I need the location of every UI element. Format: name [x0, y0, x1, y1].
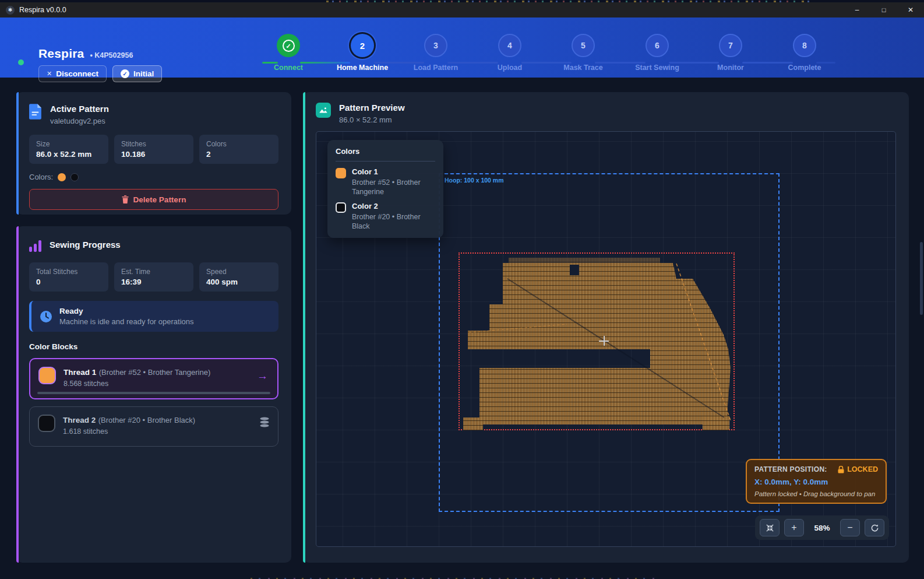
active-pattern-card: Active Pattern valetudogv2.pes Size 86.0…: [16, 92, 291, 215]
titlebar: ✱ Respira v0.0.0 – □ ✕: [0, 2, 924, 17]
color-blocks-title: Color Blocks: [29, 342, 278, 351]
app-icon: ✱: [6, 6, 15, 15]
colors-legend: Colors Color 1 Brother #52 • Brother Tan…: [327, 140, 443, 238]
step-complete[interactable]: 8 Complete: [773, 34, 837, 72]
step-start-sewing[interactable]: 6 Start Sewing: [625, 34, 689, 72]
thread1-swatch: [38, 367, 56, 384]
sewing-progress-card: Sewing Progress Total Stitches 0 Est. Ti…: [16, 226, 291, 563]
thread1-progress-bar: [37, 392, 270, 394]
clock-icon: [40, 310, 52, 323]
thread-block-1[interactable]: Thread 1 (Brother #52 • Brother Tangerin…: [29, 358, 278, 399]
zoom-in-button[interactable]: +: [784, 519, 804, 536]
card-accent-edge: [303, 92, 305, 563]
window-scrollbar[interactable]: [920, 242, 923, 315]
reset-view-icon: [870, 524, 879, 532]
zoom-out-button[interactable]: −: [840, 519, 860, 536]
lock-icon: [838, 466, 844, 473]
step-mask-trace[interactable]: 5 Mask Trace: [551, 34, 615, 72]
pan-hint: Pattern locked • Drag background to pan: [754, 490, 878, 497]
legend-color-2: Color 2 Brother #20 • Brother Black: [336, 202, 435, 231]
stepper: ✓ Connect 2 Home Machine 3 Load Pattern …: [0, 34, 924, 78]
image-icon: [316, 103, 331, 118]
status-description: Machine is idle and ready for operations: [59, 317, 194, 326]
status-title: Ready: [59, 307, 194, 315]
stat-speed: Speed 400 spm: [199, 262, 278, 292]
colors-label: Colors:: [29, 173, 53, 181]
stat-total-stitches: Total Stitches 0: [29, 262, 108, 292]
color-swatch-black: [70, 173, 79, 181]
fit-view-icon: [766, 524, 774, 532]
thread2-swatch: [38, 415, 55, 432]
window-title: Respira v0.0.0: [19, 6, 66, 14]
zoom-level: 58%: [809, 524, 835, 532]
pattern-coordinates: X: 0.0mm, Y: 0.0mm: [754, 478, 878, 486]
pattern-preview-card: Pattern Preview 86.0 × 52.2 mm Hoop: 100…: [303, 92, 909, 563]
step-monitor[interactable]: 7 Monitor: [699, 34, 763, 72]
active-pattern-title: Active Pattern: [50, 104, 109, 114]
machine-status-box: Ready Machine is idle and ready for oper…: [29, 301, 278, 332]
check-icon: ✓: [283, 40, 295, 52]
pattern-dimensions: 86.0 × 52.2 mm: [339, 115, 405, 124]
app-header: Respira • K4P502956 ✕ Disconnect ✓ Initi…: [0, 17, 924, 78]
legend-swatch-black: [336, 202, 346, 213]
reset-view-button[interactable]: [865, 519, 884, 536]
crosshair-icon: [599, 336, 609, 346]
file-icon: [29, 104, 42, 120]
maximize-button[interactable]: □: [870, 2, 897, 17]
step-connect[interactable]: ✓ Connect: [256, 34, 320, 72]
arrow-right-icon: →: [257, 370, 268, 383]
stat-stitches: Stitches 10.186: [114, 135, 193, 164]
database-icon: [259, 416, 270, 428]
legend-color-1: Color 1 Brother #52 • Brother Tangerine: [336, 167, 435, 197]
locked-badge: LOCKED: [847, 465, 878, 473]
close-button[interactable]: ✕: [897, 2, 924, 17]
fit-view-button[interactable]: [760, 519, 780, 536]
pattern-position-overlay: PATTERN POSITION: LOCKED X: 0.0mm, Y: 0.…: [746, 459, 887, 504]
window-controls: – □ ✕: [844, 2, 924, 17]
stat-est-time: Est. Time 16:39: [114, 262, 193, 292]
card-accent-edge: [16, 92, 19, 215]
trash-icon: [122, 195, 129, 203]
legend-swatch-orange: [336, 168, 346, 178]
color-swatch-orange: [58, 173, 66, 181]
zoom-controls: + 58% −: [755, 515, 889, 540]
step-home-machine[interactable]: 2 Home Machine: [330, 34, 394, 72]
sewing-progress-title: Sewing Progress: [50, 240, 121, 250]
step-load-pattern[interactable]: 3 Load Pattern: [404, 34, 468, 72]
thread-block-2[interactable]: Thread 2 (Brother #20 • Brother Black) 1…: [29, 406, 278, 447]
stat-size: Size 86.0 x 52.2 mm: [29, 135, 108, 164]
stat-colors: Colors 2: [199, 135, 278, 164]
step-upload[interactable]: 4 Upload: [478, 34, 542, 72]
minimize-button[interactable]: –: [844, 2, 870, 17]
card-accent-edge: [16, 226, 19, 563]
step-done-circle: ✓: [277, 34, 300, 57]
app-window: ✱ Respira v0.0.0 – □ ✕ Respira • K4P5029…: [0, 0, 924, 579]
pattern-preview-title: Pattern Preview: [339, 103, 405, 113]
delete-pattern-button[interactable]: Delete Pattern: [29, 189, 278, 210]
bar-chart-icon: [29, 239, 41, 252]
preview-canvas[interactable]: Hoop: 100 x 100 mm: [316, 131, 896, 547]
pattern-filename: valetudogv2.pes: [50, 117, 109, 125]
